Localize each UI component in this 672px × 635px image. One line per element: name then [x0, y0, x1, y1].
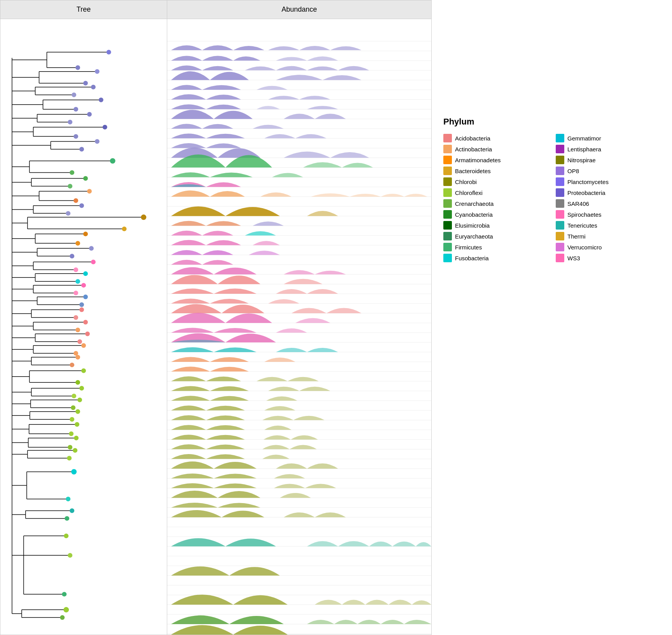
- svg-point-114: [74, 315, 78, 320]
- legend-label: Tenericutes: [567, 222, 597, 229]
- legend-swatch: [556, 156, 564, 164]
- legend-label: Thermi: [567, 233, 586, 240]
- svg-point-144: [75, 380, 80, 385]
- legend-label: Verrucomicro: [567, 244, 602, 251]
- legend-item: Spirochaetes: [556, 210, 660, 219]
- svg-point-89: [91, 260, 96, 264]
- tree-panel: Tree: [0, 0, 167, 635]
- legend-item: SAR406: [556, 199, 660, 208]
- svg-point-120: [75, 328, 80, 332]
- svg-point-72: [122, 226, 127, 231]
- legend-label: Chlorobi: [455, 179, 477, 185]
- legend-item: Cyanobacteria: [443, 210, 548, 219]
- legend-swatch: [443, 254, 452, 262]
- svg-point-125: [85, 332, 90, 336]
- svg-point-173: [74, 436, 79, 440]
- legend-swatch: [443, 221, 452, 230]
- legend-swatch: [443, 210, 452, 219]
- svg-point-84: [70, 254, 74, 258]
- legend-label: Fusobacteria: [455, 255, 489, 261]
- legend-label: Elusimicrobia: [455, 222, 490, 229]
- svg-point-48: [70, 170, 74, 175]
- svg-point-192: [65, 516, 69, 521]
- legend-item: Fusobacteria: [443, 254, 548, 262]
- legend-swatch: [556, 243, 564, 251]
- legend-swatch: [443, 167, 452, 175]
- svg-point-66: [66, 211, 70, 216]
- svg-point-168: [69, 432, 74, 436]
- svg-point-6: [75, 65, 80, 70]
- legend-swatch: [556, 254, 564, 262]
- svg-point-18: [72, 93, 76, 97]
- legend-swatch: [556, 177, 564, 186]
- svg-point-24: [74, 107, 78, 112]
- svg-point-174: [68, 445, 72, 450]
- svg-point-42: [79, 147, 84, 152]
- svg-point-199: [68, 553, 72, 558]
- legend-label: OP8: [567, 168, 579, 174]
- tree-header: Tree: [0, 0, 167, 19]
- svg-point-131: [81, 343, 86, 348]
- legend-item: Firmicutes: [443, 243, 548, 251]
- svg-point-185: [71, 469, 77, 475]
- svg-point-167: [75, 422, 79, 427]
- svg-point-126: [77, 339, 82, 344]
- legend-label: Nitrospirae: [567, 157, 596, 163]
- svg-point-36: [74, 134, 78, 139]
- legend-label: WS3: [567, 255, 580, 261]
- svg-point-23: [99, 98, 103, 102]
- svg-point-205: [63, 607, 69, 612]
- legend-swatch: [443, 243, 452, 251]
- svg-point-54: [68, 184, 72, 188]
- legend-swatch: [443, 232, 452, 240]
- legend-swatch: [443, 199, 452, 208]
- svg-point-155: [77, 398, 82, 402]
- svg-point-191: [70, 508, 74, 513]
- legend-swatch: [556, 199, 564, 208]
- legend-item: OP8: [556, 167, 660, 175]
- svg-point-90: [74, 267, 78, 272]
- abundance-title: Abundance: [282, 5, 317, 14]
- legend-label: Armatimonadetes: [455, 157, 501, 163]
- abundance-svg: // will be drawn inline: [167, 19, 431, 635]
- main-container: Tree: [0, 0, 672, 635]
- legend-item: Euryarchaeota: [443, 232, 548, 240]
- legend-swatch: [556, 134, 564, 142]
- legend-label: Lentisphaera: [567, 146, 601, 153]
- legend-item: Thermi: [556, 232, 660, 240]
- svg-point-5: [107, 50, 111, 54]
- legend-swatch: [556, 145, 564, 153]
- legend-label: Firmicutes: [455, 244, 482, 251]
- legend-label: Planctomycetes: [567, 179, 609, 185]
- abundance-header: Abundance: [167, 0, 431, 19]
- legend-swatch: [443, 188, 452, 197]
- legend-item: Crenarchaeota: [443, 199, 548, 208]
- svg-point-83: [89, 246, 94, 251]
- abundance-panel: Abundance // will be drawn inline: [167, 0, 432, 635]
- svg-point-71: [141, 214, 146, 220]
- legend-item: WS3: [556, 254, 660, 262]
- legend-label: Spirochaetes: [567, 211, 602, 218]
- svg-point-198: [64, 533, 68, 538]
- svg-point-78: [75, 241, 80, 246]
- legend-label: Acidobacteria: [455, 135, 490, 142]
- svg-point-12: [83, 81, 88, 86]
- legend-item: Armatimonadetes: [443, 156, 548, 164]
- legend-swatch: [443, 177, 452, 186]
- tree-svg: [0, 19, 167, 635]
- legend-item: Chlorobi: [443, 177, 548, 186]
- svg-point-108: [79, 302, 84, 307]
- legend-item: Tenericutes: [556, 221, 660, 230]
- svg-point-102: [74, 291, 78, 295]
- legend-title: Phylum: [443, 117, 660, 127]
- svg-point-186: [66, 496, 70, 501]
- legend-item: Verrucomicro: [556, 243, 660, 251]
- legend-label: Cyanobacteria: [455, 211, 493, 218]
- legend-item: Actinobacteria: [443, 145, 548, 153]
- svg-point-35: [103, 125, 107, 130]
- svg-point-150: [72, 394, 76, 398]
- svg-point-156: [71, 405, 75, 410]
- legend-label: Bacteroidetes: [455, 168, 491, 174]
- svg-point-30: [68, 120, 72, 125]
- legend-item: Nitrospirae: [556, 156, 660, 164]
